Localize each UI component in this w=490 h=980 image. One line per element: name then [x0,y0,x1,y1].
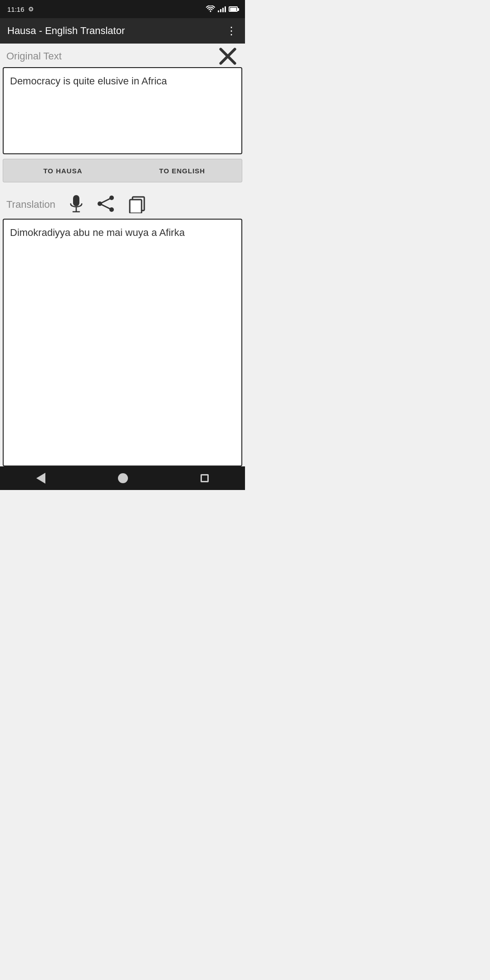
app-title: Hausa - English Translator [7,25,125,37]
app-bar: Hausa - English Translator ⋮ [0,18,245,44]
wifi-icon [206,5,215,13]
share-button[interactable] [97,195,115,214]
mic-button[interactable] [68,195,84,214]
copy-button[interactable] [128,194,147,215]
to-hausa-button[interactable]: TO HAUSA [3,159,122,182]
svg-rect-1 [73,195,79,206]
original-text-label: Original Text [6,50,62,62]
svg-line-8 [100,204,112,210]
translation-header: Translation [0,191,245,219]
settings-icon: ⚙ [28,5,34,13]
nav-back-button[interactable] [36,473,45,484]
svg-rect-10 [130,200,142,213]
copy-icon [128,194,147,213]
status-left: 11:16 ⚙ [7,5,34,13]
svg-line-7 [100,198,112,204]
action-icons [68,194,147,215]
translation-section: Translation [0,191,245,466]
nav-recent-button[interactable] [201,474,209,482]
main-content: Original Text TO HAUSA TO ENGLISH Transl… [0,44,245,466]
mic-icon [68,195,84,214]
status-right [206,5,238,13]
translation-output: Dimokradiyya abu ne mai wuya a Afirka [3,219,242,466]
original-text-header: Original Text [0,44,245,67]
translation-text: Dimokradiyya abu ne mai wuya a Afirka [10,227,185,238]
signal-icon [218,6,226,12]
share-icon [97,195,115,212]
svg-point-0 [210,11,211,12]
nav-home-button[interactable] [118,473,128,483]
translate-buttons: TO HAUSA TO ENGLISH [3,159,242,182]
original-text-input[interactable] [3,67,242,154]
nav-bar [0,466,245,490]
clear-button[interactable] [217,48,239,64]
translation-label: Translation [6,199,55,211]
battery-icon [229,6,238,12]
overflow-menu-icon[interactable]: ⋮ [226,24,238,37]
to-english-button[interactable]: TO ENGLISH [122,159,242,182]
status-bar: 11:16 ⚙ [0,0,245,18]
status-time: 11:16 [7,5,24,13]
